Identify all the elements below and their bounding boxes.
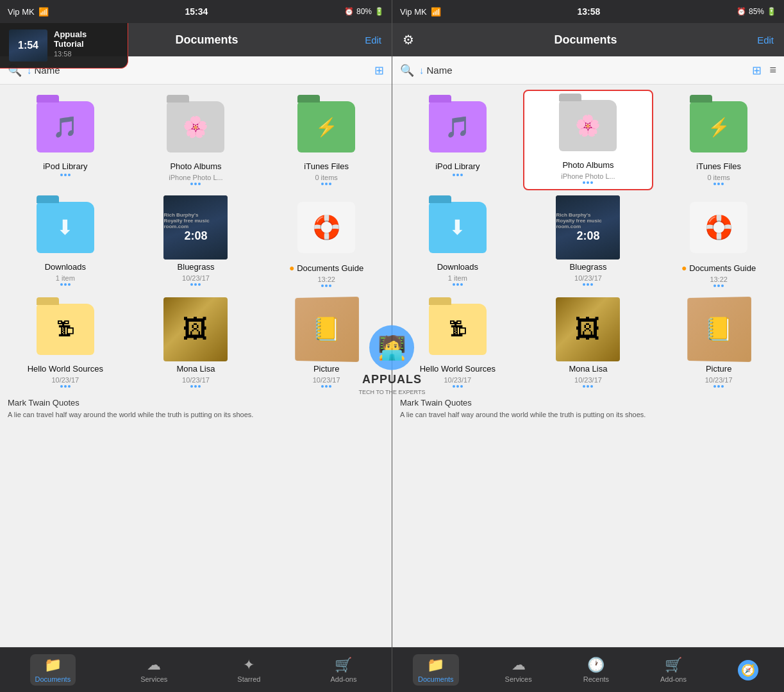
right-tab-compass[interactable]: 🧭	[733, 657, 763, 683]
right-edit-btn[interactable]: Edit	[757, 35, 774, 45]
right-photos-more[interactable]	[583, 181, 593, 184]
left-tab-starred[interactable]: ✦ Starred	[232, 654, 265, 686]
left-bluegrass-more[interactable]	[190, 283, 201, 286]
left-file-helloworld[interactable]: 🗜 Hello World Sources 10/23/17	[0, 292, 131, 393]
right-tab-addons-label: Add-ons	[660, 675, 687, 683]
left-file-docguide[interactable]: 🛟 ● Documents Guide 13:22	[261, 190, 392, 292]
right-search-icon[interactable]: 🔍	[400, 63, 414, 78]
left-picture-name: Picture	[313, 364, 339, 375]
right-bluegrass-thumb: Rich Burphy'sRoyalty free music room.com…	[556, 195, 620, 260]
left-photos-more[interactable]	[190, 183, 201, 185]
right-quote-section: Mark Twain Quotes A lie can travel half …	[392, 393, 784, 425]
left-picture-more[interactable]	[321, 385, 331, 388]
left-phone: Vip MK 📶 15:34 ⏰ 80% 🔋 1:54 Appuals Tuto…	[0, 0, 392, 692]
right-file-monalisa[interactable]: 🖼 Mona Lisa 10/23/17	[523, 292, 654, 393]
left-docguide-more[interactable]	[321, 284, 331, 287]
left-bluegrass-name: Bluegrass	[178, 262, 215, 273]
right-file-picture[interactable]: 📒 Picture 10/23/17	[653, 292, 784, 393]
left-zip-icon: 🗜	[56, 318, 74, 340]
right-ipod-more[interactable]	[453, 174, 463, 176]
right-tab-addons[interactable]: 🛒 Add-ons	[655, 654, 692, 686]
right-carrier: Vip MK	[400, 7, 427, 17]
right-helloworld-more[interactable]	[453, 385, 463, 388]
left-carrier: Vip MK	[8, 7, 35, 17]
right-docguide-more[interactable]	[713, 284, 724, 287]
left-file-monalisa[interactable]: 🖼 Mona Lisa 10/23/17	[131, 292, 262, 393]
left-file-picture[interactable]: 📒 Picture 10/23/17	[261, 292, 392, 393]
left-orange-dot: ●	[289, 263, 294, 273]
left-tab-services[interactable]: ☁ Services	[135, 654, 172, 686]
right-picture-thumb: 📒	[687, 297, 751, 361]
left-downloads-more[interactable]	[60, 283, 71, 286]
right-photos-thumb: 🌸	[556, 94, 620, 158]
left-tab-addons-icon: 🛒	[335, 657, 352, 673]
right-file-ipod[interactable]: 🎵 iPod Library	[392, 90, 523, 190]
left-ipod-thumb: 🎵	[33, 95, 97, 159]
right-file-photos[interactable]: 🌸 Photo Albums iPhone Photo L...	[523, 90, 654, 190]
right-battery-pct: 85%	[749, 7, 764, 16]
right-tab-services-icon: ☁	[512, 657, 526, 673]
left-itunes-lightning-icon: ⚡	[315, 117, 338, 138]
left-ipod-folder: 🎵	[37, 101, 94, 152]
notif-title: Appuals Tutorial	[54, 29, 119, 49]
left-tab-addons-label: Add-ons	[330, 675, 356, 683]
right-battery-icon: 🔋	[767, 7, 776, 16]
right-file-grid: 🎵 iPod Library 🌸 Photo Albums iPhone Pho…	[392, 85, 784, 647]
left-ipod-more[interactable]	[60, 174, 71, 176]
left-lifebuoy-bg: 🛟	[297, 202, 355, 253]
left-helloworld-name: Hello World Sources	[28, 364, 103, 375]
left-tab-bar: 📁 Documents ☁ Services ✦ Starred 🛒 Add-o…	[0, 647, 392, 692]
left-photos-name: Photo Albums	[170, 161, 221, 172]
right-helloworld-folder: 🗜	[429, 304, 487, 355]
left-photos-thumb: 🌸	[163, 95, 228, 159]
left-file-bluegrass[interactable]: Rich Burphy'sRoyalty free music room.com…	[131, 190, 262, 292]
left-tab-docs-label: Documents	[35, 675, 71, 683]
right-gear-icon[interactable]: ⚙	[403, 32, 414, 47]
notif-content: Appuals Tutorial 13:58	[54, 29, 119, 58]
right-file-bluegrass[interactable]: Rich Burphy'sRoyalty free music room.com…	[523, 190, 654, 292]
right-picture-more[interactable]	[713, 385, 724, 388]
left-tab-services-icon: ☁	[147, 657, 161, 673]
notification-popup[interactable]: 1:54 Appuals Tutorial 13:58	[0, 23, 128, 69]
left-file-ipod[interactable]: 🎵 iPod Library	[0, 90, 131, 190]
right-bluegrass-more[interactable]	[583, 283, 593, 286]
right-quote-text: A lie can travel half way around the wor…	[400, 410, 776, 420]
right-monalisa-more[interactable]	[583, 385, 593, 388]
right-itunes-more[interactable]	[713, 183, 724, 185]
left-battery-icon: 🔋	[374, 7, 384, 16]
right-tab-documents[interactable]: 📁 Documents	[413, 654, 459, 686]
right-picture-name: Picture	[706, 364, 731, 375]
right-downloads-more[interactable]	[453, 283, 463, 286]
right-lifebuoy-icon: 🛟	[705, 214, 733, 241]
left-downloads-meta: 1 item	[56, 274, 75, 282]
right-phone: Vip MK 📶 13:58 ⏰ 85% 🔋 ⚙ Documents Edit …	[392, 0, 784, 692]
left-tab-documents[interactable]: 📁 Documents	[30, 654, 76, 686]
left-helloworld-more[interactable]	[60, 385, 71, 388]
left-grid-icon[interactable]: ⊞	[374, 63, 384, 78]
right-file-itunes[interactable]: ⚡ iTunes Files 0 items	[653, 90, 784, 190]
left-file-itunes[interactable]: ⚡ iTunes Files 0 items	[261, 90, 392, 190]
right-file-downloads[interactable]: ⬇ Downloads 1 item	[392, 190, 523, 292]
right-photos-name: Photo Albums	[562, 160, 613, 171]
left-grid-row-1: 🎵 iPod Library 🌸 Photo Albums iPhone Pho…	[0, 90, 392, 190]
right-tab-services[interactable]: ☁ Services	[500, 654, 537, 686]
right-tab-recents[interactable]: 🕐 Recents	[578, 654, 614, 686]
left-monalisa-more[interactable]	[190, 385, 201, 388]
right-itunes-name: iTunes Files	[696, 161, 741, 172]
left-file-photos[interactable]: 🌸 Photo Albums iPhone Photo L...	[131, 90, 262, 190]
right-lifebuoy-bg: 🛟	[690, 202, 747, 253]
right-file-helloworld[interactable]: 🗜 Hello World Sources 10/23/17	[392, 292, 523, 393]
left-edit-btn[interactable]: Edit	[365, 35, 381, 45]
right-docguide-thumb: 🛟	[687, 195, 751, 260]
left-file-downloads[interactable]: ⬇ Downloads 1 item	[0, 190, 131, 292]
right-monalisa-thumb: 🖼	[556, 297, 620, 361]
left-itunes-more[interactable]	[321, 183, 331, 185]
left-time: 15:34	[185, 6, 208, 17]
right-sort-name[interactable]: ↓ Name	[419, 65, 747, 76]
right-grid-icon[interactable]: ⊞	[752, 63, 762, 78]
left-bluegrass-meta: 10/23/17	[182, 274, 210, 282]
left-itunes-thumb: ⚡	[294, 95, 358, 159]
right-list-icon[interactable]: ≡	[769, 63, 776, 77]
left-tab-addons[interactable]: 🛒 Add-ons	[325, 654, 362, 686]
right-file-docguide[interactable]: 🛟 ● Documents Guide 13:22	[653, 190, 784, 292]
